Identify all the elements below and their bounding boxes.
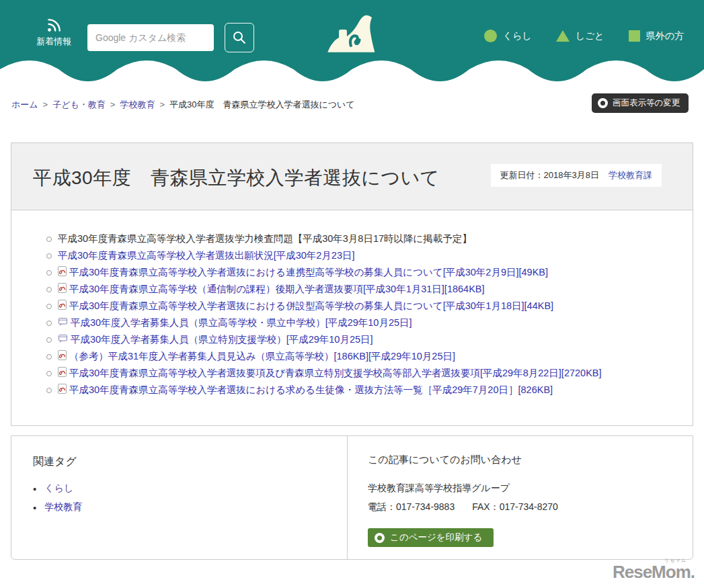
- related-tags-section: 関連タグ くらし 学校教育: [11, 436, 348, 559]
- breadcrumb-link-gakkou[interactable]: 学校教育: [120, 99, 155, 110]
- list-item: （参考）平成31年度入学者募集人員見込み（県立高等学校）[186KB][平成29…: [46, 348, 679, 365]
- page-title: 平成30年度 青森県立学校入学者選抜について: [33, 165, 440, 191]
- document-link[interactable]: （参考）平成31年度入学者募集人員見込み（県立高等学校）[186KB][平成29…: [69, 350, 455, 363]
- breadcrumb-separator: >: [43, 99, 48, 110]
- list-item: 平成30年度青森県立高等学校（通信制の課程）後期入学者選抜要項[平成30年1月3…: [46, 281, 679, 298]
- document-link[interactable]: 平成30年度青森県立高等学校入学者選抜における求める生徒像・選抜方法等一覧［平成…: [69, 384, 553, 396]
- contact-phone-fax: 電話：017-734-9883FAX：017-734-8270: [368, 501, 672, 513]
- circle-marker: [46, 304, 52, 309]
- document-link[interactable]: 平成30年度入学者募集人員（県立高等学校・県立中学校）[平成29年10月25日]: [71, 317, 412, 329]
- nav-item-shigoto[interactable]: しごと: [556, 30, 604, 42]
- list-item: 平成30年度青森県立高等学校入学者選抜における連携型高等学校の募集人員について[…: [46, 264, 679, 281]
- square-icon: [629, 30, 640, 42]
- resemom-watermark: リセマムReseMom.: [613, 562, 695, 583]
- circle-marker: [46, 371, 52, 376]
- breadcrumb: ホーム>子ども・教育>学校教育>平成30年度 青森県立学校入学者選抜について: [11, 99, 355, 111]
- pdf-icon: [58, 350, 67, 363]
- circle-marker: [46, 388, 52, 393]
- list-item: 平成30年度青森県立高等学校入学者選抜における求める生徒像・選抜方法等一覧［平成…: [46, 382, 679, 398]
- breadcrumb-current: 平成30年度 青森県立学校入学者選抜について: [169, 99, 355, 110]
- document-link[interactable]: 平成30年度青森県立高等学校入学者選抜における連携型高等学校の募集人員について[…: [69, 266, 548, 279]
- header-wave-decoration: [0, 59, 704, 83]
- search-input[interactable]: [87, 24, 214, 51]
- tag-link-kurashi[interactable]: くらし: [44, 482, 73, 495]
- breadcrumb-separator: >: [159, 99, 165, 110]
- list-item: 平成30年度青森県立高等学校入学者選抜要項及び青森県立特別支援学校高等部入学者選…: [46, 365, 679, 382]
- circle-icon: [484, 30, 497, 42]
- document-list: 平成30年度青森県立高等学校入学者選抜学力検査問題【平成30年3月8日17時以降…: [11, 210, 693, 425]
- contact-section: この記事についてのお問い合わせ 学校教育課高等学校指導グループ 電話：017-7…: [348, 436, 693, 559]
- circle-marker: [46, 237, 52, 242]
- list-item: 平成30年度青森県立高等学校入学者選抜学力検査問題【平成30年3月8日17時以降…: [46, 230, 679, 247]
- list-item: 平成30年度青森県立高等学校入学者選抜出願状況[平成30年2月23日]: [46, 247, 679, 264]
- article-panel: 平成30年度 青森県立学校入学者選抜について 更新日付：2018年3月8日学校教…: [11, 142, 693, 426]
- document-link[interactable]: 平成30年度青森県立高等学校（通信制の課程）後期入学者選抜要項[平成30年1月3…: [69, 283, 485, 296]
- new-info-label: 新着情報: [36, 36, 71, 48]
- window-icon: [58, 317, 68, 329]
- circle-marker: [46, 270, 52, 276]
- related-tags-heading: 関連タグ: [33, 455, 325, 469]
- tag-item: 学校教育: [33, 501, 325, 513]
- tag-item: くらし: [33, 482, 325, 495]
- pdf-icon: [58, 300, 67, 312]
- display-settings-label: 画面表示等の変更: [613, 97, 680, 109]
- breadcrumb-link-home[interactable]: ホーム: [11, 99, 38, 110]
- document-link[interactable]: 平成30年度青森県立高等学校入学者選抜における併設型高等学校の募集人員について[…: [69, 300, 553, 312]
- nav-label: しごと: [576, 30, 604, 42]
- circle-marker: [46, 287, 52, 292]
- aomori-prefecture-logo: [325, 12, 376, 55]
- target-icon: [598, 98, 608, 108]
- circle-marker: [46, 337, 52, 343]
- list-item: 平成30年度入学者募集人員（県立高等学校・県立中学校）[平成29年10月25日]: [46, 314, 679, 331]
- circle-marker: [46, 321, 52, 326]
- contact-fax: FAX：017-734-8270: [472, 501, 558, 512]
- header-nav: くらし しごと 県外の方: [484, 30, 684, 42]
- update-date: 更新日付：2018年3月8日: [500, 170, 599, 180]
- document-link[interactable]: 平成30年度青森県立高等学校入学者選抜出願状況[平成30年2月23日]: [58, 249, 355, 262]
- breadcrumb-separator: >: [110, 99, 116, 110]
- contact-heading: この記事についてのお問い合わせ: [368, 454, 672, 466]
- display-settings-button[interactable]: 画面表示等の変更: [592, 93, 689, 113]
- search-icon: [232, 30, 247, 45]
- page: 新着情報 くらし しごと 県外の方 ホーム>子ども・教育>学校教育>平成30年度…: [0, 0, 704, 588]
- pdf-icon: [58, 283, 67, 296]
- update-info: 更新日付：2018年3月8日学校教育課: [491, 164, 662, 187]
- contact-phone: 電話：017-734-9883: [368, 501, 455, 512]
- print-page-button[interactable]: このページを印刷する: [368, 528, 494, 547]
- department-link[interactable]: 学校教育課: [609, 170, 652, 180]
- list-item: 平成30年度入学者募集人員（県立特別支援学校）[平成29年10月25日]: [46, 331, 679, 348]
- window-icon: [58, 334, 68, 346]
- pdf-icon: [58, 367, 67, 380]
- new-info-link[interactable]: 新着情報: [34, 17, 74, 48]
- target-icon: [375, 533, 385, 543]
- breadcrumb-link-kodomo[interactable]: 子ども・教育: [52, 99, 106, 110]
- broadcast-icon: [45, 17, 63, 34]
- list-item: 平成30年度青森県立高等学校入学者選抜における併設型高等学校の募集人員について[…: [46, 298, 679, 314]
- circle-marker: [46, 253, 52, 259]
- watermark-text: ReseMom.: [613, 562, 695, 582]
- pdf-icon: [58, 384, 67, 396]
- search-button[interactable]: [225, 23, 254, 52]
- watermark-ruby: リセマム: [664, 557, 687, 564]
- contact-group: 学校教育課高等学校指導グループ: [368, 482, 672, 495]
- title-band: 平成30年度 青森県立学校入学者選抜について 更新日付：2018年3月8日学校教…: [11, 143, 693, 210]
- circle-marker: [46, 354, 52, 360]
- document-link[interactable]: 平成30年度青森県立高等学校入学者選抜要項及び青森県立特別支援学校高等部入学者選…: [69, 367, 602, 380]
- tag-link-gakkou-kyouiku[interactable]: 学校教育: [44, 501, 82, 513]
- document-text: 平成30年度青森県立高等学校入学者選抜学力検査問題【平成30年3月8日17時以降…: [58, 233, 472, 245]
- nav-item-kurashi[interactable]: くらし: [484, 30, 532, 42]
- nav-label: くらし: [503, 30, 532, 42]
- nav-label: 県外の方: [646, 30, 684, 42]
- nav-item-kengai[interactable]: 県外の方: [629, 30, 684, 42]
- document-link[interactable]: 平成30年度入学者募集人員（県立特別支援学校）[平成29年10月25日]: [71, 333, 373, 346]
- bottom-panel: 関連タグ くらし 学校教育 この記事についてのお問い合わせ 学校教育課高等学校指…: [11, 435, 693, 560]
- print-button-label: このページを印刷する: [390, 532, 482, 544]
- tag-list: くらし 学校教育: [33, 482, 325, 513]
- triangle-icon: [556, 30, 570, 42]
- pdf-icon: [58, 266, 67, 279]
